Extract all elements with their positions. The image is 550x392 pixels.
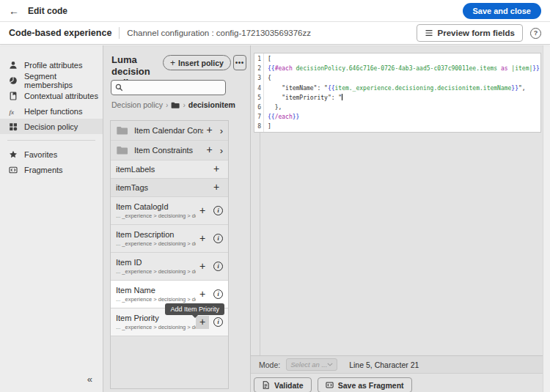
plus-icon: + (170, 58, 175, 68)
channel-configuration-label: Channel configuration : config-172130356… (127, 29, 311, 37)
save-and-close-label: Save and close (473, 7, 532, 15)
list-item-item-id[interactable]: Item ID... _experience > decisioning > d… (111, 253, 228, 281)
collapse-sidebar-button[interactable]: « (83, 372, 97, 386)
sidebar-item-fragments[interactable]: Fragments (0, 162, 103, 177)
folder-icon (116, 146, 128, 155)
breadcrumb-separator: › (183, 101, 185, 109)
sidebar: Profile attributesSegment membershipsCon… (0, 45, 103, 392)
folder-icon[interactable] (171, 102, 180, 108)
validate-button[interactable]: Validate (254, 377, 312, 392)
help-icon[interactable]: ? (530, 28, 541, 39)
sidebar-item-label: Favorites (24, 150, 57, 159)
grid-icon (9, 122, 18, 131)
list-item-item-constraints[interactable]: Item Constraints+› (111, 141, 228, 160)
decision-policy-panel: Luma decision policy + Insert policy •••… (103, 45, 250, 392)
item-label: Item Description (116, 230, 196, 239)
gutter-line (260, 133, 260, 355)
list-item-itemtags[interactable]: itemTags+ (111, 179, 228, 197)
code-line: { (268, 73, 540, 83)
add-icon[interactable]: + (210, 163, 223, 176)
fragment-icon (9, 166, 18, 174)
sidebar-item-label: Contextual attributes (24, 92, 98, 100)
add-icon[interactable]: + (196, 232, 209, 245)
add-icon[interactable]: + (210, 181, 223, 194)
save-as-fragment-button[interactable]: Save as Fragment (318, 377, 412, 392)
add-icon[interactable]: + (203, 124, 216, 137)
sidebar-item-label: Segment memberships (24, 72, 103, 89)
item-label: Item Name (116, 286, 196, 295)
svg-text:fx: fx (10, 108, 15, 115)
info-icon[interactable]: i (213, 317, 223, 327)
insert-policy-button[interactable]: + Insert policy (163, 55, 231, 70)
more-actions-button[interactable]: ••• (233, 55, 246, 70)
item-label: Item CatalogId (116, 202, 196, 211)
list-item-item-calendar-constraints[interactable]: Item Calendar Constraints+› (111, 121, 228, 141)
code-line: [ (268, 54, 540, 64)
sidebar-item-decision-policy[interactable]: Decision policy (0, 119, 103, 134)
cursor-position-label: Line 5, Character 21 (349, 360, 419, 369)
search-box[interactable] (111, 80, 226, 95)
list-item-itemlabels[interactable]: itemLabels+ (111, 160, 228, 179)
sidebar-item-helper-functions[interactable]: fxHelper functions (0, 103, 103, 119)
add-icon[interactable]: + (196, 260, 209, 273)
sidebar-item-profile-attributes[interactable]: Profile attributes (0, 57, 103, 73)
list-item-item-catalogid[interactable]: Item CatalogId... _experience > decision… (111, 197, 228, 225)
sidebar-item-label: Fragments (24, 166, 63, 174)
breadcrumb-current: decisionitem (188, 100, 235, 109)
validate-label: Validate (274, 381, 304, 390)
star-icon (9, 150, 18, 159)
sidebar-list: Profile attributesSegment membershipsCon… (0, 57, 103, 177)
add-icon[interactable]: + (203, 144, 216, 157)
sidebar-item-label: Helper functions (24, 107, 83, 116)
list-lines-icon (425, 29, 433, 37)
sidebar-item-contextual-attributes[interactable]: Contextual attributes (0, 88, 103, 103)
sidebar-item-favorites[interactable]: Favorites (0, 147, 103, 162)
preview-form-fields-button[interactable]: Preview form fields (417, 24, 523, 42)
folder-icon (116, 126, 128, 135)
info-icon[interactable]: i (213, 289, 223, 299)
chevron-right-icon[interactable]: › (220, 145, 223, 156)
pie-icon (9, 76, 18, 85)
divider (119, 27, 120, 39)
line-number: 8 (254, 122, 261, 131)
mode-select-value: Select an ... (290, 360, 327, 369)
breadcrumb-root[interactable]: Decision policy (111, 100, 163, 109)
status-bar: Mode: Select an ... Line 5, Character 21 (251, 355, 543, 374)
info-icon[interactable]: i (213, 206, 223, 215)
code-editor[interactable]: 12345678 [{{#each decisionPolicy.646c716… (254, 53, 541, 133)
code-line: "itemName": "{{item._experience.decision… (268, 84, 540, 93)
sidebar-item-segment-memberships[interactable]: Segment memberships (0, 73, 103, 88)
vertical-scrollbar[interactable] (543, 45, 550, 392)
add-icon[interactable]: + (196, 288, 209, 301)
info-icon[interactable]: i (213, 262, 223, 271)
back-arrow-icon[interactable]: ← (9, 5, 19, 17)
item-path: ... _experience > decisioning > decision… (116, 296, 196, 303)
code-line: "itemPriority": " (268, 93, 540, 103)
sidebar-divider (7, 140, 95, 141)
add-icon[interactable]: + (196, 204, 209, 218)
main-area: Profile attributesSegment membershipsCon… (0, 45, 550, 392)
item-label: Item ID (116, 258, 196, 267)
text-cursor (342, 94, 342, 100)
add-item-priority-tooltip: Add Item Priority (165, 303, 224, 315)
list-item-item-description[interactable]: Item Description... _experience > decisi… (111, 225, 228, 253)
line-number: 6 (254, 103, 261, 112)
info-icon[interactable]: i (213, 234, 223, 243)
item-path: ... _experience > decisioning > decision… (116, 212, 196, 219)
save-and-close-button[interactable]: Save and close (463, 3, 542, 19)
code-line: {{/each}} (268, 112, 540, 122)
search-input[interactable] (126, 84, 221, 92)
mode-select[interactable]: Select an ... (286, 358, 337, 371)
insert-policy-label: Insert policy (178, 59, 224, 67)
item-label: itemTags (116, 183, 210, 192)
fx-icon: fx (9, 107, 18, 116)
code-line: ] (268, 122, 540, 131)
item-path: ... _experience > decisioning > decision… (116, 324, 196, 330)
experience-type-label: Code-based experience (9, 28, 111, 38)
page-title: Edit code (28, 6, 67, 16)
code-content[interactable]: [{{#each decisionPolicy.646c716e-0726-4a… (264, 53, 540, 132)
user-icon (9, 61, 18, 70)
item-label: Item Constraints (134, 146, 203, 155)
page-flag-icon (9, 92, 18, 100)
chevron-right-icon[interactable]: › (220, 125, 223, 136)
